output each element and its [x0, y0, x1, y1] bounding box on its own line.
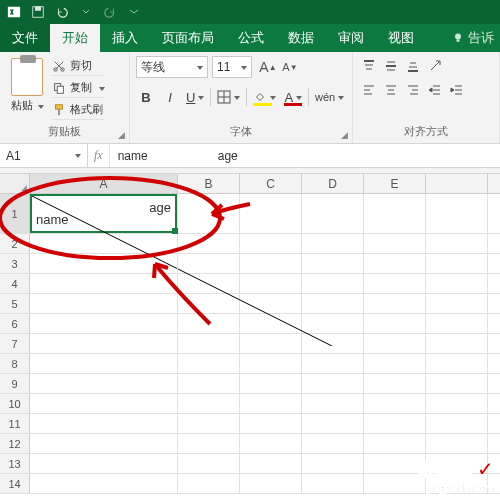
row-header[interactable]: 11: [0, 414, 30, 433]
cell[interactable]: [426, 414, 488, 433]
cell[interactable]: [178, 474, 240, 493]
phonetic-button[interactable]: wén: [313, 86, 346, 108]
dialog-launcher-icon[interactable]: ◢: [341, 130, 348, 140]
row-header[interactable]: 10: [0, 394, 30, 413]
select-all-corner[interactable]: [0, 174, 30, 193]
cell[interactable]: [426, 274, 488, 293]
col-header-B[interactable]: B: [178, 174, 240, 193]
cell[interactable]: [426, 254, 488, 273]
cell[interactable]: [364, 234, 426, 253]
increase-indent-button[interactable]: [447, 80, 467, 100]
tab-review[interactable]: 审阅: [326, 24, 376, 52]
cell[interactable]: [364, 294, 426, 313]
italic-button[interactable]: I: [160, 86, 180, 108]
row-header[interactable]: 7: [0, 334, 30, 353]
align-bottom-button[interactable]: [403, 56, 423, 76]
row-header[interactable]: 1: [0, 194, 30, 233]
cell[interactable]: [302, 394, 364, 413]
borders-button[interactable]: [215, 86, 242, 108]
cell-A1-selected[interactable]: nameage: [30, 194, 177, 233]
cell[interactable]: [364, 454, 426, 473]
tab-pagelayout[interactable]: 页面布局: [150, 24, 226, 52]
row-header[interactable]: 6: [0, 314, 30, 333]
redo-icon[interactable]: [100, 2, 120, 22]
cell[interactable]: [364, 354, 426, 373]
cell[interactable]: [426, 314, 488, 333]
row-header[interactable]: 9: [0, 374, 30, 393]
cell[interactable]: [30, 454, 178, 473]
paste-button[interactable]: 粘贴: [6, 56, 48, 113]
cut-button[interactable]: 剪切: [52, 56, 105, 76]
cell[interactable]: [240, 374, 302, 393]
cell[interactable]: [178, 434, 240, 453]
decrease-indent-button[interactable]: [425, 80, 445, 100]
cell[interactable]: [240, 454, 302, 473]
cell[interactable]: [30, 374, 178, 393]
cell[interactable]: [178, 414, 240, 433]
formula-input[interactable]: nameage: [110, 149, 500, 163]
bold-button[interactable]: B: [136, 86, 156, 108]
cell[interactable]: [30, 354, 178, 373]
orientation-button[interactable]: [425, 56, 445, 76]
tab-insert[interactable]: 插入: [100, 24, 150, 52]
cell[interactable]: [426, 354, 488, 373]
row-header[interactable]: 4: [0, 274, 30, 293]
format-painter-button[interactable]: 格式刷: [52, 100, 105, 120]
font-name-select[interactable]: 等线: [136, 56, 208, 78]
align-left-button[interactable]: [359, 80, 379, 100]
align-top-button[interactable]: [359, 56, 379, 76]
row-header[interactable]: 8: [0, 354, 30, 373]
cell[interactable]: [30, 414, 178, 433]
col-header-C[interactable]: C: [240, 174, 302, 193]
row-header[interactable]: 12: [0, 434, 30, 453]
cell[interactable]: [30, 294, 178, 313]
cell[interactable]: [302, 474, 364, 493]
col-header-E[interactable]: E: [364, 174, 426, 193]
cell[interactable]: [178, 454, 240, 473]
cell[interactable]: [30, 434, 178, 453]
worksheet-grid[interactable]: A B C D E 1nameage234567891011121314: [0, 174, 500, 494]
align-right-button[interactable]: [403, 80, 423, 100]
tab-formulas[interactable]: 公式: [226, 24, 276, 52]
cell[interactable]: [364, 394, 426, 413]
dialog-launcher-icon[interactable]: ◢: [118, 130, 125, 140]
cell[interactable]: [240, 434, 302, 453]
cell[interactable]: [240, 354, 302, 373]
cell[interactable]: [426, 194, 488, 233]
cell[interactable]: [302, 354, 364, 373]
decrease-font-button[interactable]: A▼: [280, 56, 300, 78]
cell[interactable]: [178, 354, 240, 373]
tab-file[interactable]: 文件: [0, 24, 50, 52]
cell[interactable]: [30, 314, 178, 333]
cell[interactable]: [426, 334, 488, 353]
cell[interactable]: [178, 394, 240, 413]
cell[interactable]: nameage: [30, 194, 178, 233]
cell[interactable]: [30, 254, 178, 273]
increase-font-button[interactable]: A▲: [258, 56, 278, 78]
row-header[interactable]: 13: [0, 454, 30, 473]
cell[interactable]: [364, 434, 426, 453]
cell[interactable]: [240, 414, 302, 433]
tab-data[interactable]: 数据: [276, 24, 326, 52]
cell[interactable]: [30, 474, 178, 493]
cell[interactable]: [30, 394, 178, 413]
cell[interactable]: [302, 374, 364, 393]
row-header[interactable]: 14: [0, 474, 30, 493]
cell[interactable]: [30, 274, 178, 293]
cell[interactable]: [426, 394, 488, 413]
cell[interactable]: [30, 234, 178, 253]
cell[interactable]: [302, 434, 364, 453]
align-middle-button[interactable]: [381, 56, 401, 76]
row-header[interactable]: 3: [0, 254, 30, 273]
col-header[interactable]: [426, 174, 488, 193]
font-color-button[interactable]: A: [282, 86, 304, 108]
cell[interactable]: [364, 334, 426, 353]
qat-customize-icon[interactable]: [124, 2, 144, 22]
cell[interactable]: [178, 374, 240, 393]
cell[interactable]: [426, 454, 488, 473]
tab-view[interactable]: 视图: [376, 24, 426, 52]
cell[interactable]: [364, 314, 426, 333]
cell[interactable]: [30, 334, 178, 353]
cell[interactable]: [426, 434, 488, 453]
cell[interactable]: [240, 394, 302, 413]
